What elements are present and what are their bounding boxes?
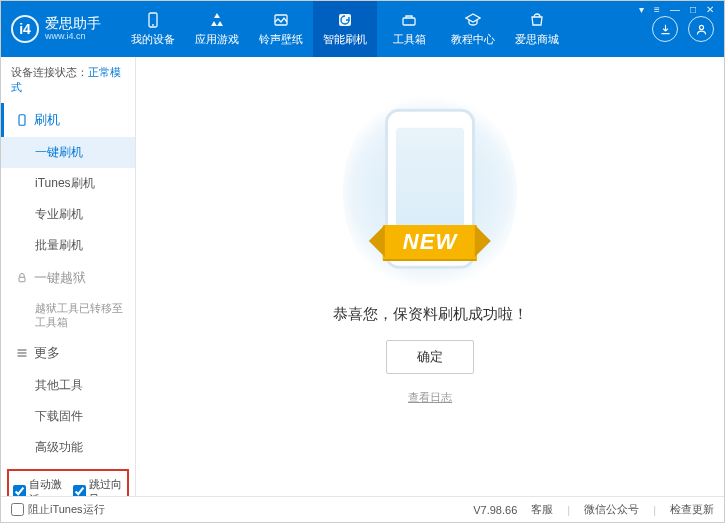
nav-store[interactable]: 爱思商城 — [505, 1, 569, 57]
refresh-icon — [336, 11, 354, 29]
sidebar-item-firmware[interactable]: 下载固件 — [1, 401, 135, 432]
user-button[interactable] — [688, 16, 714, 42]
store-icon — [528, 11, 546, 29]
svg-rect-7 — [19, 277, 25, 282]
nav-tutorials[interactable]: 教程中心 — [441, 1, 505, 57]
logo-icon: i4 — [11, 15, 39, 43]
success-message: 恭喜您，保资料刷机成功啦！ — [333, 305, 528, 324]
nav-label: 我的设备 — [131, 32, 175, 47]
view-log-link[interactable]: 查看日志 — [408, 390, 452, 405]
nav-label: 教程中心 — [451, 32, 495, 47]
nav-ringtones[interactable]: 铃声壁纸 — [249, 1, 313, 57]
phone-icon — [16, 114, 28, 126]
section-flash[interactable]: 刷机 — [1, 103, 135, 137]
toolbox-icon — [400, 11, 418, 29]
svg-rect-6 — [19, 115, 25, 126]
app-header: ▾ ≡ — □ ✕ i4 爱思助手 www.i4.cn 我的设备 应用游戏 — [1, 1, 724, 57]
checkbox-block-itunes[interactable]: 阻止iTunes运行 — [11, 502, 105, 517]
sidebar-item-other[interactable]: 其他工具 — [1, 370, 135, 401]
nav-toolbox[interactable]: 工具箱 — [377, 1, 441, 57]
sidebar-item-itunes[interactable]: iTunes刷机 — [1, 168, 135, 199]
wallpaper-icon — [272, 11, 290, 29]
svg-point-1 — [152, 24, 154, 26]
sidebar-item-advanced[interactable]: 高级功能 — [1, 432, 135, 463]
nav-apps[interactable]: 应用游戏 — [185, 1, 249, 57]
nav-label: 工具箱 — [393, 32, 426, 47]
nav-flash[interactable]: 智能刷机 — [313, 1, 377, 57]
window-controls: ▾ ≡ — □ ✕ — [637, 4, 716, 15]
success-illustration: NEW — [355, 97, 505, 287]
list-icon[interactable]: ≡ — [652, 4, 662, 15]
nav-my-device[interactable]: 我的设备 — [121, 1, 185, 57]
support-link[interactable]: 客服 — [531, 502, 553, 517]
sidebar-item-oneclick[interactable]: 一键刷机 — [1, 137, 135, 168]
nav-label: 智能刷机 — [323, 32, 367, 47]
section-more[interactable]: 更多 — [1, 336, 135, 370]
apps-icon — [208, 11, 226, 29]
sidebar: 设备连接状态：正常模式 刷机 一键刷机 iTunes刷机 专业刷机 批量刷机 一… — [1, 57, 136, 496]
sidebar-item-pro[interactable]: 专业刷机 — [1, 199, 135, 230]
menu-icon[interactable]: ▾ — [637, 4, 646, 15]
new-banner: NEW — [383, 225, 477, 259]
app-logo: i4 爱思助手 www.i4.cn — [11, 15, 121, 43]
checkbox-auto-activate[interactable]: 自动激活 — [13, 477, 63, 496]
svg-point-5 — [699, 25, 703, 29]
close-button[interactable]: ✕ — [704, 4, 716, 15]
check-update-link[interactable]: 检查更新 — [670, 502, 714, 517]
graduation-icon — [464, 11, 482, 29]
connection-status: 设备连接状态：正常模式 — [1, 57, 135, 103]
wechat-link[interactable]: 微信公众号 — [584, 502, 639, 517]
app-title: 爱思助手 — [45, 16, 101, 31]
lock-icon — [16, 272, 28, 284]
sidebar-item-batch[interactable]: 批量刷机 — [1, 230, 135, 261]
phone-icon — [144, 11, 162, 29]
main-content: NEW 恭喜您，保资料刷机成功啦！ 确定 查看日志 — [136, 57, 724, 496]
download-button[interactable] — [652, 16, 678, 42]
nav-label: 铃声壁纸 — [259, 32, 303, 47]
maximize-button[interactable]: □ — [688, 4, 698, 15]
footer: 阻止iTunes运行 V7.98.66 客服 | 微信公众号 | 检查更新 — [1, 496, 724, 522]
section-jailbreak[interactable]: 一键越狱 — [1, 261, 135, 295]
version-label: V7.98.66 — [473, 504, 517, 516]
checkbox-skip-guide[interactable]: 跳过向导 — [73, 477, 123, 496]
ok-button[interactable]: 确定 — [386, 340, 474, 374]
nav-label: 爱思商城 — [515, 32, 559, 47]
nav-label: 应用游戏 — [195, 32, 239, 47]
options-highlight: 自动激活 跳过向导 — [7, 469, 129, 496]
jailbreak-note: 越狱工具已转移至工具箱 — [1, 295, 135, 336]
top-nav: 我的设备 应用游戏 铃声壁纸 智能刷机 工具箱 教程中心 — [121, 1, 569, 57]
menu-icon — [16, 347, 28, 359]
minimize-button[interactable]: — — [668, 4, 682, 15]
app-url: www.i4.cn — [45, 32, 101, 42]
svg-rect-4 — [403, 18, 415, 25]
